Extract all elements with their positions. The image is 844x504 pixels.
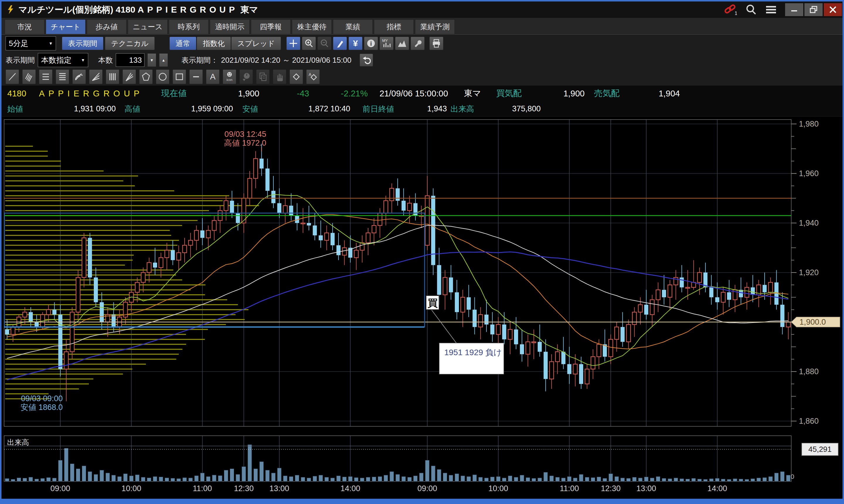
chart-toolbar: 5分足▼ 表示期間 テクニカル 通常 指数化 スプレッド ¥ i [1,35,843,52]
svg-text:1,980: 1,980 [799,120,819,128]
spread-button[interactable]: スプレッド [231,37,281,50]
tool-pitchfork-button[interactable] [123,69,136,84]
svg-text:14:00: 14:00 [707,484,728,493]
high-value: 1,959 09:00 [163,104,233,113]
svg-text:買: 買 [428,298,438,309]
svg-text:1,860: 1,860 [799,417,819,426]
close-button[interactable] [824,3,842,16]
trend-line-icon [7,72,17,82]
count-input[interactable]: 133 [116,53,144,67]
svg-text:09/03 09:00: 09/03 09:00 [21,394,63,403]
tool-fan-lines-button[interactable] [89,69,103,84]
yen-display-button[interactable]: ¥ [348,37,362,50]
link-icon[interactable]: 1 [724,4,737,16]
crosshair-icon [289,39,298,48]
normal-button[interactable]: 通常 [169,37,196,50]
zoom-in-button[interactable] [302,37,316,50]
print-button[interactable] [429,37,443,50]
close-icon [829,6,837,14]
settings-button[interactable] [411,37,425,50]
svg-text:1: 1 [735,11,737,16]
h3-lines-icon [41,72,50,82]
range-value: 2021/09/02 14:20 ～ 2021/09/06 15:00 [221,55,352,65]
stock-name: APPIERGROUP [39,89,143,98]
menu-icon[interactable] [765,5,777,15]
interval-select[interactable]: 5分足▼ [5,36,56,50]
tab-news[interactable]: ニュース [128,19,168,34]
svg-text:MY: MY [382,38,388,43]
area-chart-button[interactable] [395,37,409,50]
tool-emoji-button[interactable]: icon [223,69,236,84]
rectangle-icon [175,72,184,82]
zoom-in-icon [304,39,313,48]
reset-button[interactable] [360,54,373,67]
tool-h-segment-button[interactable] [189,69,203,84]
low-value: 1,872 10:40 [280,104,350,113]
tab-tekijikaiji[interactable]: 適時開示 [210,19,250,34]
tab-gyoseki[interactable]: 業績 [333,19,373,34]
period-mode-select[interactable]: 本数指定▼ [38,53,88,67]
title-bar: マルチツール(個別銘柄) 4180APPIERGROUP東マ 1 [1,1,843,18]
my-indicator-icon: MY [381,38,392,48]
tab-ayumine[interactable]: 歩み値 [87,19,127,34]
search-icon[interactable] [745,4,757,16]
tab-shikyo[interactable]: 市況 [5,19,44,34]
market-name: 東マ [464,88,481,99]
tool-history-button[interactable] [239,69,253,84]
indexed-button[interactable]: 指数化 [197,37,231,50]
tool-rectangle-button[interactable] [173,69,186,84]
minimize-button[interactable] [785,3,803,16]
crosshair-button[interactable] [286,37,300,50]
svg-text:11:00: 11:00 [193,484,212,493]
volume-label: 出来高 [450,104,474,114]
tool-hand-button[interactable] [273,69,286,84]
tool-v-lines-button[interactable] [106,69,119,84]
pentagon-icon [141,72,151,82]
restore-button[interactable] [805,3,823,16]
my-indicator-button[interactable]: MY [379,37,394,50]
bid-price: 1,900 [535,89,585,98]
quote-datetime: 21/09/06 15:00:00 [379,89,448,98]
tool-eraser-all-button[interactable]: A [306,69,320,84]
tool-trend-line-button[interactable] [5,69,19,84]
tool-eraser-button[interactable] [289,69,303,84]
tool-ellipse-button[interactable] [156,69,169,84]
minimize-icon [791,6,798,13]
display-period-button[interactable]: 表示期間 [62,37,104,50]
hand-icon [275,72,284,82]
draw-pencil-button[interactable] [333,37,347,50]
tab-shikiho[interactable]: 四季報 [251,19,291,34]
eraser-icon [292,72,301,82]
technical-button[interactable]: テクニカル [105,37,155,50]
price-change-pct: -2.21% [318,89,368,98]
tool-arcs-button[interactable] [72,69,86,84]
svg-text:1,940: 1,940 [799,219,819,228]
tab-shihyo[interactable]: 指標 [374,19,414,34]
bid-label: 買気配 [496,88,522,99]
tool-hatched-line-button[interactable] [22,69,36,84]
arcs-icon [74,72,84,82]
tab-gyoseki-yosoku[interactable]: 業績予測 [415,19,455,34]
tool-text-button[interactable]: A [206,69,219,84]
drawing-toolbar: A icon [1,68,843,86]
zoom-out-button[interactable] [317,37,331,50]
eraser-all-icon: A [308,72,318,82]
tool-pentagon-button[interactable] [139,69,153,84]
low-label: 安値 [243,104,258,114]
tool-copy-button[interactable] [256,69,270,84]
count-up-button[interactable]: ▲ [159,53,168,67]
tool-h4-lines-button[interactable] [56,69,69,84]
range-label: 表示期間： [181,55,218,65]
info-button[interactable]: i [364,37,378,50]
count-down-button[interactable]: ▼ [147,53,156,67]
tool-h3-lines-button[interactable] [39,69,52,84]
restore-icon [810,6,817,14]
svg-text:0: 0 [791,473,794,480]
svg-text:icon: icon [227,78,232,82]
tab-chart[interactable]: チャート [46,19,86,34]
tab-yutai[interactable]: 株主優待 [292,19,332,34]
hatched-line-icon [24,72,34,82]
period-label: 表示期間 [5,55,35,65]
open-value: 1,931 09:00 [46,104,116,113]
tab-jikeiretsu[interactable]: 時系列 [169,19,209,34]
